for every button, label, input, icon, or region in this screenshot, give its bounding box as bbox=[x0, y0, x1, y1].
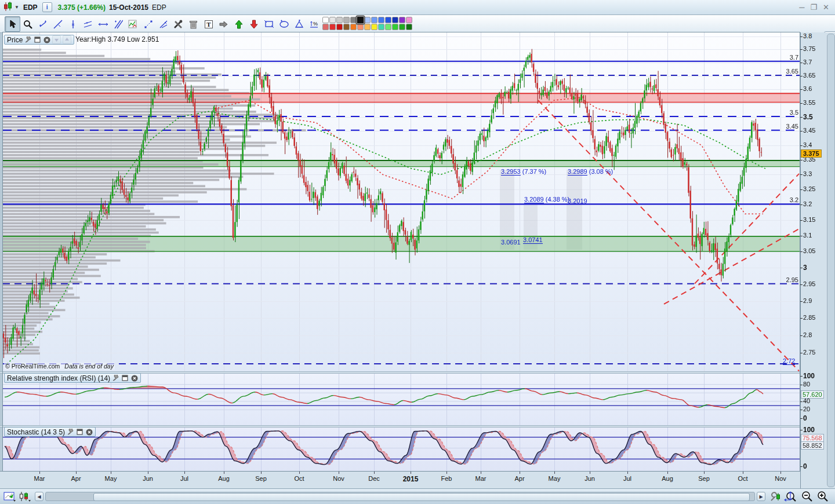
segment-tool-button[interactable] bbox=[35, 16, 50, 32]
stochastic-k-value-badge: 58.852 bbox=[801, 441, 824, 450]
price-move-up-icon[interactable] bbox=[63, 35, 71, 44]
horizontal-scrollbar[interactable] bbox=[45, 492, 755, 501]
palette-swatch[interactable] bbox=[357, 16, 365, 24]
annotation-value: 3.2989 bbox=[568, 168, 587, 176]
continue-arrow-button[interactable] bbox=[216, 16, 231, 32]
stochastic-close-icon[interactable] bbox=[85, 428, 93, 436]
pattern-tool-button[interactable] bbox=[125, 16, 141, 32]
panel-separator[interactable] bbox=[0, 425, 800, 428]
palette-swatch[interactable] bbox=[378, 17, 384, 23]
percent-variation-tool-button[interactable]: % bbox=[306, 16, 322, 32]
close-button[interactable]: ✕ bbox=[823, 3, 829, 12]
rsi-window-icon[interactable] bbox=[121, 374, 129, 382]
palette-swatch[interactable] bbox=[322, 24, 329, 30]
sell-arrow-button[interactable] bbox=[246, 16, 262, 32]
chart-annotation[interactable]: 3.2989 (3.08 %) bbox=[568, 168, 613, 175]
angle-tool-button[interactable] bbox=[155, 16, 171, 32]
chart-annotation[interactable]: 3.2953 (7.37 %) bbox=[501, 168, 546, 175]
price-axis-tick: 2.85 bbox=[803, 314, 815, 321]
vertical-line-tool-button[interactable] bbox=[65, 16, 81, 32]
time-axis[interactable] bbox=[0, 471, 800, 488]
palette-swatch[interactable] bbox=[385, 24, 391, 30]
palette-swatch[interactable] bbox=[364, 17, 371, 23]
rsi-settings-wrench-icon[interactable] bbox=[112, 374, 119, 382]
month-label: 2015 bbox=[403, 475, 419, 483]
points-tool-button[interactable] bbox=[140, 16, 156, 32]
parallel-lines-tool-button[interactable] bbox=[80, 16, 96, 32]
instrument-dropdown-caret[interactable]: ▼ bbox=[14, 5, 19, 10]
palette-swatch[interactable] bbox=[399, 17, 405, 23]
chart-annotation[interactable]: 3.0741 bbox=[523, 236, 543, 243]
zoom-tool-button[interactable] bbox=[20, 16, 35, 32]
rsi-axis-tick: 20 bbox=[803, 406, 810, 412]
price-window-icon[interactable] bbox=[34, 36, 41, 43]
scrollbar-thumb[interactable] bbox=[93, 493, 750, 501]
zoom-in-button[interactable] bbox=[816, 491, 829, 502]
palette-swatch[interactable] bbox=[378, 24, 384, 30]
buy-arrow-button[interactable] bbox=[231, 16, 246, 32]
annotation-percent: (7.37 %) bbox=[521, 168, 547, 175]
palette-swatch[interactable] bbox=[406, 24, 412, 30]
palette-swatch[interactable] bbox=[343, 17, 350, 23]
delete-tool-button[interactable] bbox=[186, 16, 201, 32]
info-button[interactable]: i bbox=[42, 2, 52, 12]
palette-swatch[interactable] bbox=[371, 24, 377, 30]
chart-annotation[interactable]: 3.2019 bbox=[568, 198, 587, 204]
palette-swatch[interactable] bbox=[364, 24, 371, 30]
chart-adjust-button[interactable] bbox=[770, 491, 782, 502]
scroll-right-button[interactable]: ▶ bbox=[757, 492, 765, 501]
chart-annotation[interactable]: 3.2089 (4.38 %) bbox=[524, 196, 569, 203]
palette-swatch[interactable] bbox=[371, 17, 377, 23]
palette-swatch[interactable] bbox=[350, 24, 357, 30]
zoom-out-button[interactable] bbox=[801, 491, 814, 502]
price-chart-canvas[interactable] bbox=[3, 32, 800, 371]
palette-swatch[interactable] bbox=[399, 24, 405, 30]
month-tick-mark bbox=[704, 471, 705, 474]
settings-tools-button[interactable] bbox=[170, 16, 186, 32]
rsi-close-icon[interactable] bbox=[130, 374, 138, 382]
triangle-tool-button[interactable] bbox=[291, 16, 307, 32]
palette-swatch[interactable] bbox=[329, 24, 336, 30]
price-move-down-icon[interactable] bbox=[52, 35, 61, 44]
vertical-scrollbar[interactable] bbox=[827, 34, 835, 487]
palette-swatch[interactable] bbox=[357, 24, 364, 30]
chart-annotation[interactable]: 2.72 bbox=[783, 357, 795, 364]
zoom-fit-button[interactable] bbox=[784, 491, 798, 502]
palette-swatch[interactable] bbox=[329, 17, 336, 23]
chart-annotation[interactable]: 3.0691 bbox=[501, 239, 521, 246]
annotation-percent: (3.08 %) bbox=[587, 168, 613, 175]
select-tool-button[interactable] bbox=[5, 16, 20, 32]
price-close-icon[interactable] bbox=[43, 36, 50, 43]
restore-button[interactable]: ❐ bbox=[810, 3, 817, 12]
palette-swatch[interactable] bbox=[392, 24, 398, 30]
palette-swatch[interactable] bbox=[350, 17, 357, 23]
month-tick-mark bbox=[184, 471, 185, 474]
horizontal-line-tool-button[interactable] bbox=[95, 16, 111, 32]
palette-swatch[interactable] bbox=[322, 17, 329, 23]
current-price-badge: 3.375 bbox=[801, 149, 822, 158]
text-tool-button[interactable]: T bbox=[201, 16, 216, 32]
ellipse-tool-button[interactable] bbox=[276, 16, 292, 32]
line-tool-button[interactable] bbox=[50, 16, 66, 32]
palette-swatch[interactable] bbox=[343, 24, 350, 30]
instrument-symbol[interactable]: EDP bbox=[23, 3, 38, 12]
palette-swatch[interactable] bbox=[336, 17, 343, 23]
month-label: May bbox=[549, 475, 561, 482]
screenshot-export-button[interactable] bbox=[3, 491, 16, 502]
price-axis-tick: 3.15 bbox=[803, 216, 815, 223]
palette-swatch[interactable] bbox=[385, 17, 391, 23]
channel-tool-button[interactable] bbox=[110, 16, 126, 32]
stochastic-window-icon[interactable] bbox=[76, 428, 84, 436]
rectangle-tool-button[interactable] bbox=[261, 16, 277, 32]
palette-swatch[interactable] bbox=[392, 17, 398, 23]
display-mode-button[interactable] bbox=[19, 491, 31, 502]
stochastic-chart-canvas[interactable] bbox=[3, 428, 800, 471]
price-settings-wrench-icon[interactable] bbox=[24, 36, 32, 43]
price-axis-tick: 3.65 bbox=[803, 72, 815, 79]
quote-date: 15-Oct-2015 bbox=[109, 3, 148, 12]
palette-swatch[interactable] bbox=[406, 17, 412, 23]
scroll-left-button[interactable]: ◀ bbox=[35, 492, 43, 501]
minimize-button[interactable]: ─ bbox=[799, 3, 804, 12]
palette-swatch[interactable] bbox=[336, 24, 343, 30]
stochastic-settings-wrench-icon[interactable] bbox=[67, 428, 74, 436]
